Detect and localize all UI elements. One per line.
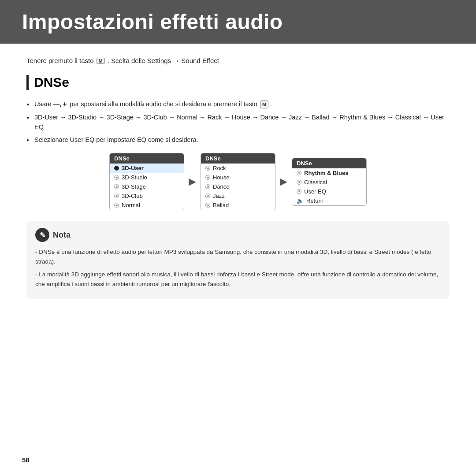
breadcrumb: Tenere premuto il tasto M . Scelta delle…: [26, 57, 450, 64]
section-title-dnse: DNSe: [26, 75, 450, 90]
arrow-right-1: ▶: [184, 176, 201, 187]
nota-p1: - DNSe è una funzione di effetto audio p…: [35, 247, 441, 266]
nota-label: Nota: [53, 231, 71, 240]
nota-box: ✎ Nota - DNSe è una funzione di effetto …: [26, 221, 450, 299]
menu-panel-2: DNSe Rock House Dance Jazz Ballad: [201, 153, 275, 210]
bullet-text-2: 3D-User → 3D-Studio → 3D-Stage → 3D-Club…: [34, 114, 444, 130]
speaker-icon: 🔈: [297, 197, 304, 204]
menu-item-usereq[interactable]: User EQ: [292, 187, 366, 196]
radio-jazz: [205, 193, 210, 198]
menu-item-return[interactable]: 🔈 Return: [292, 196, 366, 205]
nota-icon: ✎: [35, 228, 49, 242]
page-title: Impostazioni effetti audio: [22, 10, 454, 34]
menu-panel-3: DNSe Rhythm & Blues Classical User EQ 🔈 …: [292, 158, 367, 206]
menu-item-rhythm[interactable]: Rhythm & Blues: [292, 168, 366, 178]
menu-item-3dstage[interactable]: 3D-Stage: [110, 182, 184, 191]
label-ballad: Ballad: [213, 202, 229, 208]
menu-item-jazz[interactable]: Jazz: [201, 191, 275, 201]
radio-3duser: [114, 166, 119, 171]
radio-3dclub: [114, 193, 119, 198]
menus-row: DNSe 3D-User 3D-Studio 3D-Stage 3D-Club …: [26, 153, 450, 210]
radio-rock: [205, 166, 210, 171]
radio-3dstage: [114, 184, 119, 189]
label-return: Return: [306, 197, 324, 204]
menu-item-ballad[interactable]: Ballad: [201, 201, 275, 210]
label-rock: Rock: [213, 165, 226, 171]
menu-item-3dclub[interactable]: 3D-Club: [110, 191, 184, 201]
radio-house: [205, 175, 210, 180]
label-usereq: User EQ: [304, 188, 326, 195]
breadcrumb-before: Tenere premuto il tasto: [26, 57, 94, 64]
key-badge-m: M: [97, 58, 105, 64]
menu-item-rock[interactable]: Rock: [201, 164, 275, 173]
nota-paragraph-2: - La modalità 3D aggiunge effetti sonori…: [35, 270, 441, 289]
nota-p2: - La modalità 3D aggiunge effetti sonori…: [35, 270, 441, 289]
arrow-right-2: ▶: [275, 176, 292, 187]
label-3dclub: 3D-Club: [122, 193, 143, 199]
label-house: House: [213, 174, 230, 181]
menu-item-house[interactable]: House: [201, 173, 275, 182]
bullet-text-3: Selezionare User EQ per impostare EQ com…: [34, 136, 198, 143]
radio-usereq: [297, 189, 301, 194]
menu-header-2: DNSe: [201, 153, 275, 164]
bullet-list: Usare —,＋ per spostarsi alla modalità au…: [26, 100, 450, 145]
label-normal: Normal: [122, 202, 140, 208]
main-content: Tenere premuto il tasto M . Scelta delle…: [0, 44, 476, 312]
label-3dstage: 3D-Stage: [122, 183, 146, 190]
nota-title-row: ✎ Nota: [35, 228, 441, 242]
bullet-item-3: Selezionare User EQ per impostare EQ com…: [26, 135, 450, 145]
menu-header-1: DNSe: [110, 153, 184, 164]
radio-3dstudio: [114, 175, 119, 180]
radio-ballad: [205, 203, 210, 208]
page-number: 58: [22, 456, 30, 464]
label-rhythm: Rhythm & Blues: [304, 170, 348, 176]
label-classical: Classical: [304, 179, 327, 186]
label-dance: Dance: [213, 183, 230, 190]
page-header: Impostazioni effetti audio: [0, 0, 476, 44]
bullet-item-1: Usare —,＋ per spostarsi alla modalità au…: [26, 100, 450, 109]
label-3duser: 3D-User: [122, 165, 144, 171]
menu-item-3duser[interactable]: 3D-User: [110, 164, 184, 173]
menu-item-3dstudio[interactable]: 3D-Studio: [110, 173, 184, 182]
bullet-text-1: Usare —,＋ per spostarsi alla modalità au…: [34, 100, 273, 108]
radio-dance: [205, 184, 210, 189]
menu-item-classical[interactable]: Classical: [292, 178, 366, 187]
nota-paragraph-1: - DNSe è una funzione di effetto audio p…: [35, 247, 441, 266]
pencil-icon: ✎: [40, 231, 45, 239]
menu-header-3: DNSe: [292, 158, 366, 168]
menu-item-dance[interactable]: Dance: [201, 182, 275, 191]
label-3dstudio: 3D-Studio: [122, 174, 147, 181]
key-badge-m2: M: [260, 100, 268, 109]
radio-normal: [114, 203, 119, 208]
radio-classical: [297, 180, 301, 185]
breadcrumb-after: . Scelta delle Settings → Sound Effect: [108, 57, 219, 64]
menu-item-normal[interactable]: Normal: [110, 201, 184, 210]
radio-rhythm: [297, 171, 301, 175]
label-jazz: Jazz: [213, 193, 225, 199]
bullet-item-2: 3D-User → 3D-Studio → 3D-Stage → 3D-Club…: [26, 113, 450, 132]
menu-panel-1: DNSe 3D-User 3D-Studio 3D-Stage 3D-Club …: [109, 153, 184, 210]
